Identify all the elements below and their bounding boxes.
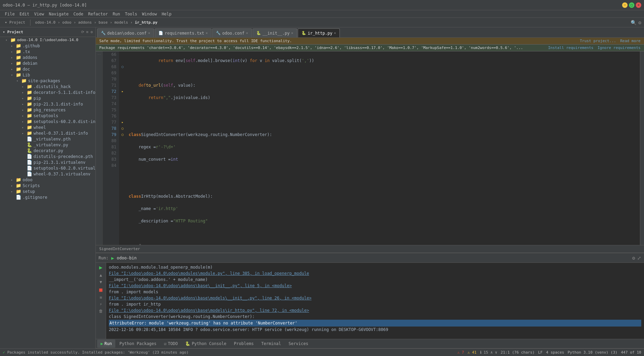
- tree-debian[interactable]: ▸ 📁debian: [0, 60, 95, 66]
- tree-setuptools-dist[interactable]: ▸ 📁setuptools-60.2.0.dist-info: [0, 119, 95, 124]
- tree-gitignore[interactable]: 📄.gitignore: [0, 194, 95, 200]
- tab-ir-http[interactable]: 🐍 ir_http.py ×: [298, 28, 340, 37]
- run-left-buttons: ▶ ▲ ▼ ■ ≡ ⚡ 🗑: [96, 263, 106, 339]
- menu-bar: File Edit View Navigate Code Refactor Ru…: [0, 10, 644, 18]
- tab-label: ir_http.py: [308, 31, 332, 36]
- search-icon[interactable]: 🔍: [631, 20, 636, 25]
- settings-icon[interactable]: ⚙: [632, 255, 635, 261]
- minimize-button[interactable]: −: [622, 2, 628, 8]
- tab-odoo-conf[interactable]: 🔧 debian\odoo.conf ×: [97, 28, 154, 37]
- tab-problems[interactable]: Problems: [231, 340, 257, 348]
- warning-count: ⚠ 41: [467, 350, 477, 355]
- tree-lib[interactable]: ▾ 📁Lib: [0, 72, 95, 78]
- tab-close[interactable]: ×: [206, 31, 208, 35]
- menu-edit[interactable]: Edit: [17, 11, 31, 17]
- menu-code[interactable]: Code: [72, 11, 86, 17]
- tree-scripts[interactable]: ▸ 📁Scripts: [0, 183, 95, 188]
- tree-setuptools[interactable]: ▸ 📁setuptools: [0, 113, 95, 119]
- code-editor[interactable]: 66 67 68 69 70 71 72 73 74 75 76 77 78 7…: [103, 51, 640, 245]
- tree-tx[interactable]: ▸ 📁.tx: [0, 49, 95, 54]
- tab-run[interactable]: ▶ Run: [97, 340, 115, 348]
- tree-pip[interactable]: ▸ 📁pip: [0, 95, 95, 101]
- menu-tools[interactable]: Tools: [123, 11, 139, 17]
- tree-decorator-py[interactable]: 🐍decorator.py: [0, 148, 95, 154]
- settings-icon[interactable]: ⚙: [639, 20, 641, 25]
- code-content[interactable]: return env[self.model].browse(int(v) for…: [126, 51, 640, 245]
- run-filter-icon[interactable]: ⚡: [100, 302, 102, 307]
- tab-close[interactable]: ×: [148, 31, 151, 35]
- run-trash-icon[interactable]: 🗑: [99, 309, 103, 314]
- console-line-1: odoo.modules.module.load_openerp_module(…: [109, 264, 641, 270]
- install-requirements-link[interactable]: Install requirements: [548, 46, 593, 50]
- tree-virtualenv-pth[interactable]: 📄_virtualenv.pth: [0, 136, 95, 142]
- pkg-text: Package requirements 'chardet==3.0.4', '…: [99, 46, 523, 50]
- tab-services[interactable]: Services: [285, 340, 312, 348]
- maximize-button[interactable]: □: [629, 2, 634, 8]
- menu-help[interactable]: Help: [159, 11, 173, 17]
- read-more-link[interactable]: Read more: [620, 39, 641, 43]
- tab-python-packages[interactable]: Python Packages: [116, 340, 160, 348]
- tab-terminal[interactable]: Terminal: [258, 340, 284, 348]
- console-line-11: 2022-12-16 09:28:45,184 10584 INFO ? odo…: [109, 327, 641, 333]
- position-info: 21:1 (76 chars): [501, 350, 534, 355]
- run-scroll-up-icon[interactable]: ▲: [100, 273, 102, 278]
- tab-close[interactable]: ×: [246, 31, 248, 35]
- menu-navigate[interactable]: Navigate: [47, 11, 71, 17]
- tree-wheel-venv[interactable]: 📄wheel-0.37.1.virtualenv: [0, 171, 95, 177]
- menu-window[interactable]: Window: [140, 11, 159, 17]
- tab-todo[interactable]: ☑ TODO: [160, 340, 181, 348]
- todo-icon: ☑: [164, 341, 166, 346]
- tree-pip-dist[interactable]: ▸ 📁pip-21.3.1.dist-info: [0, 101, 95, 107]
- tree-doc[interactable]: ▸ 📁doc: [0, 66, 95, 72]
- tree-distutils-hack[interactable]: ▸ 📁.distutils_hack: [0, 84, 95, 89]
- tree-pkg-resources[interactable]: ▸ 📁pkg_resources: [0, 107, 95, 113]
- tree-distutils-pth[interactable]: 📄distutils-precedence.pth: [0, 154, 95, 159]
- title-text: odoo-14.0 – ir_http.py [odoo-14.0]: [3, 3, 87, 8]
- close-button[interactable]: ×: [636, 2, 641, 8]
- trust-project-link[interactable]: Trust project...: [580, 39, 616, 43]
- tab-close[interactable]: ×: [334, 31, 336, 35]
- tree-sitepackages[interactable]: ▾ 📁site-packages: [0, 78, 95, 84]
- console-line-4[interactable]: File "I:\odoo\odoo-14.0\odoo\addons\base…: [109, 283, 641, 289]
- run-restart-icon[interactable]: ▶: [99, 264, 103, 271]
- expand-icon[interactable]: ⤢: [637, 255, 641, 261]
- run-stop-icon[interactable]: ■: [99, 286, 103, 293]
- tree-setup[interactable]: ▸ 📁setup: [0, 188, 95, 194]
- console-line-7: from . import ir_http: [109, 301, 641, 307]
- minimap-scrollbar[interactable]: [640, 51, 644, 245]
- tree-addons[interactable]: ▸ 📁addons: [0, 54, 95, 60]
- tab-requirements[interactable]: 📄 requirements.txt ×: [155, 28, 211, 37]
- tree-root[interactable]: ▾ 📁 odoo-14.0 I:\odoo\odoo-14.0: [0, 37, 95, 43]
- pkg-requirements-bar: Package requirements 'chardet==3.0.4', '…: [96, 45, 644, 51]
- run-console[interactable]: odoo.modules.module.load_openerp_module(…: [106, 263, 644, 339]
- console-line-8[interactable]: File "I:\odoo\odoo-14.0\odoo\addons\base…: [109, 307, 641, 314]
- collapse-icon[interactable]: ≡: [86, 30, 89, 34]
- menu-view[interactable]: View: [32, 11, 46, 17]
- tab-init[interactable]: 🐍 __init__.py ×: [253, 28, 297, 37]
- title-bar: odoo-14.0 – ir_http.py [odoo-14.0] − □ ×: [0, 0, 644, 10]
- tree-pip-venv[interactable]: 📄pip-21.3.1.virtualenv: [0, 159, 95, 165]
- bookmark-icon: ⋮: [97, 53, 101, 56]
- tab-odoo-conf-2[interactable]: 🔧 odoo.conf ×: [212, 28, 252, 37]
- tree-decorator-dist[interactable]: ▸ 📁decorator-5.1.1.dist-info: [0, 89, 95, 95]
- menu-file[interactable]: File: [3, 11, 17, 17]
- console-line-6[interactable]: File "I:\odoo\odoo-14.0\odoo\addons\base…: [109, 295, 641, 301]
- code-editor-container: ⋮ 66 67 68 69 70 71 72 73 74 75 76 77 78: [96, 51, 644, 245]
- tree-setuptools-venv[interactable]: 📄setuptools-60.2.0.virtualenv: [0, 165, 95, 171]
- run-scroll-down-icon[interactable]: ▼: [100, 280, 102, 284]
- tab-python-console[interactable]: 🐍 Python Console: [182, 340, 230, 348]
- tab-icon: 🔧: [216, 31, 221, 35]
- tree-virtualenv-py[interactable]: 🐍_virtualenv.py: [0, 142, 95, 148]
- tree-wheel-dist[interactable]: ▸ 📁wheel-0.37.1.dist-info: [0, 130, 95, 136]
- menu-run[interactable]: Run: [111, 11, 122, 17]
- sync-icon[interactable]: ⟳: [81, 30, 84, 34]
- gear-icon[interactable]: ⚙: [90, 30, 93, 34]
- tree-github[interactable]: ▸ 📁.github: [0, 43, 95, 49]
- run-align-icon[interactable]: ≡: [100, 295, 102, 300]
- console-line-2[interactable]: File "I:\odoo\odoo-14.0\odoo\modules\mod…: [109, 270, 641, 277]
- tab-close[interactable]: ×: [291, 31, 294, 35]
- tree-wheel[interactable]: ▸ 📁wheel: [0, 124, 95, 130]
- ignore-requirements-link[interactable]: Ignore requirements: [597, 46, 641, 50]
- tree-odoo[interactable]: ▸ 📁odoo: [0, 177, 95, 183]
- menu-refactor[interactable]: Refactor: [86, 11, 110, 17]
